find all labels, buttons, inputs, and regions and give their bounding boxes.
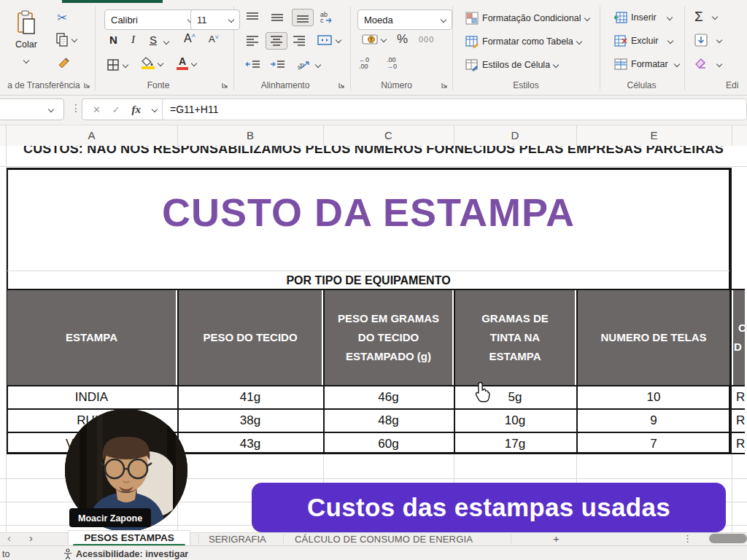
name-box[interactable]	[0, 98, 64, 120]
number-dialog-launcher[interactable]	[441, 82, 448, 89]
column-header-d[interactable]: D	[454, 129, 576, 141]
column-header-b[interactable]: B	[177, 129, 323, 141]
cell-tinta-1[interactable]: 5g	[455, 386, 575, 408]
conditional-formatting-button[interactable]: Formatação Condicional	[465, 12, 589, 25]
font-name-value: Calibri	[111, 15, 138, 26]
align-right-button[interactable]	[292, 35, 306, 47]
enter-icon[interactable]: ✓	[112, 104, 120, 115]
column-header-a[interactable]: A	[6, 129, 177, 141]
align-center-button[interactable]	[266, 32, 287, 50]
col-header-peso-gramas[interactable]: PESO EM GRAMAS DO TECIDO ESTAMPADO (g)	[325, 290, 452, 385]
accounting-format-button[interactable]	[362, 34, 386, 45]
column-header-c[interactable]: C	[323, 129, 454, 141]
increase-indent-button[interactable]	[270, 60, 286, 70]
borders-button[interactable]	[107, 58, 128, 71]
clear-button[interactable]	[694, 58, 721, 70]
copy-button[interactable]	[55, 32, 77, 47]
name-box-menu[interactable]: ⋮	[71, 102, 81, 114]
paste-button[interactable]: Colar	[9, 10, 44, 66]
caption-text: Custos das estampas usadas	[307, 493, 670, 522]
column-header-e[interactable]: E	[576, 129, 732, 141]
tab-pesos-estampas[interactable]: PESOS ESTAMPAS	[68, 530, 190, 547]
cut-button[interactable]: ✂	[57, 10, 67, 26]
accessibility-status[interactable]: Acessibilidade: investigar	[76, 549, 188, 559]
percent-button[interactable]: %	[397, 32, 408, 47]
fill-button[interactable]	[694, 34, 721, 47]
tab-serigrafia[interactable]: SERIGRAFIA	[209, 534, 266, 545]
format-as-table-label: Formatar como Tabela	[482, 36, 573, 47]
insert-cells-button[interactable]: Inserir	[614, 12, 672, 23]
cell-telas-1[interactable]: 10	[578, 386, 729, 408]
increase-decimal-button[interactable]: ←0.00	[359, 57, 369, 70]
divider	[452, 6, 453, 90]
fill-color-button[interactable]	[142, 57, 163, 70]
cell-gramas-1[interactable]: 46g	[325, 386, 452, 408]
cell-styles-button[interactable]: Estilos de Célula	[465, 58, 558, 71]
align-left-button[interactable]	[245, 35, 260, 47]
font-dialog-launcher[interactable]	[221, 82, 228, 89]
col-header-tinta[interactable]: GRAMAS DE TINTA NA ESTAMPA	[455, 290, 575, 385]
insert-function-icon[interactable]: fx	[132, 104, 142, 116]
cell-telas-2[interactable]: 9	[578, 410, 729, 432]
gridline	[0, 166, 747, 167]
format-cells-button[interactable]: Formatar	[614, 58, 679, 70]
table-border	[6, 385, 745, 386]
merge-center-button[interactable]	[317, 34, 341, 47]
font-color-icon: A	[177, 57, 188, 70]
fill-color-icon	[142, 57, 155, 70]
sheet-nav-left[interactable]: ‹	[7, 532, 11, 544]
cell-estampa-1[interactable]: INDIA	[7, 386, 176, 408]
cell-peso-2[interactable]: 38g	[179, 410, 322, 432]
cell-telas-3[interactable]: 7	[578, 433, 729, 454]
decrease-decimal-button[interactable]: .00→0	[387, 57, 397, 70]
gridline	[732, 454, 732, 532]
cell-gramas-3[interactable]: 60g	[325, 433, 452, 454]
delete-cells-button[interactable]: Excluir	[614, 35, 673, 47]
cell-peso-1[interactable]: 41g	[179, 386, 322, 408]
grow-font-button[interactable]: A˄	[184, 32, 196, 45]
tab-calculo-energia[interactable]: CÁLCULO DE CONSUMO DE ENERGIA	[295, 534, 473, 545]
autosum-button[interactable]: Σ	[694, 9, 717, 25]
align-bottom-button[interactable]	[292, 9, 314, 26]
sheet-nav-right[interactable]: ›	[29, 532, 33, 544]
cell-gramas-2[interactable]: 48g	[325, 410, 452, 432]
cell-partial-1[interactable]: R	[733, 386, 747, 408]
shrink-font-button[interactable]: A˅	[209, 34, 219, 44]
format-as-table-button[interactable]: Formatar como Tabela	[465, 35, 581, 48]
underline-button[interactable]: S	[150, 34, 169, 46]
alignment-dialog-launcher[interactable]	[338, 82, 345, 89]
decrease-indent-button[interactable]	[245, 60, 261, 70]
cell-partial-2[interactable]: R	[733, 410, 747, 432]
new-sheet-button[interactable]: +	[553, 532, 560, 545]
font-name-select[interactable]: Calibri	[104, 9, 199, 30]
align-middle-button[interactable]	[270, 12, 285, 23]
cancel-icon[interactable]: ✕	[93, 104, 101, 115]
col-header-partial[interactable]: C D	[733, 290, 745, 385]
number-format-select[interactable]: Moeda	[357, 9, 452, 30]
col-header-estampa[interactable]: ESTAMPA	[7, 290, 176, 385]
wrap-text-button[interactable]: ab c	[320, 10, 336, 23]
comma-style-button[interactable]: 000	[419, 35, 434, 44]
divider	[511, 534, 511, 544]
cell-tinta-2[interactable]: 10g	[455, 410, 575, 432]
cell-partial-3[interactable]: R	[733, 433, 747, 454]
col-header-telas[interactable]: NUMERO DE TELAS	[578, 290, 729, 385]
col-header-peso-tecido[interactable]: PESO DO TECIDO	[179, 290, 322, 385]
sheet-title: CUSTO DA ESTAMPA	[6, 190, 731, 235]
bold-button[interactable]: N	[109, 34, 117, 46]
divider	[323, 125, 324, 147]
align-top-button[interactable]	[245, 12, 260, 23]
orientation-button[interactable]: ab	[296, 58, 320, 71]
clipboard-dialog-launcher[interactable]	[83, 82, 90, 89]
insert-cells-icon	[614, 12, 627, 23]
horizontal-scrollbar-thumb[interactable]	[709, 534, 747, 543]
font-size-select[interactable]: 11	[190, 9, 240, 30]
italic-button[interactable]: I	[131, 34, 135, 46]
format-painter-button[interactable]	[57, 55, 71, 70]
alignment-group-label: Alinhamento	[234, 80, 336, 90]
formula-input[interactable]: =G11+H11	[162, 98, 747, 120]
cell-peso-3[interactable]: 43g	[179, 433, 322, 454]
tab-options-menu[interactable]: ⋮	[683, 533, 692, 544]
font-color-button[interactable]: A	[177, 57, 196, 70]
cell-tinta-3[interactable]: 17g	[455, 433, 575, 454]
